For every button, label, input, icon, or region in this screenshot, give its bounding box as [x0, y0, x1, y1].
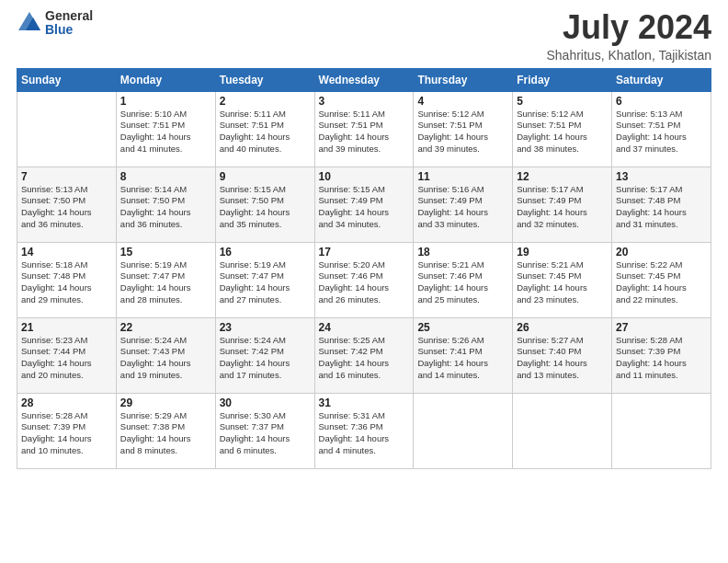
day-number: 25 [417, 321, 508, 334]
calendar-cell: 13Sunrise: 5:17 AM Sunset: 7:48 PM Dayli… [612, 167, 711, 242]
calendar-header-saturday: Saturday [612, 68, 711, 91]
calendar-cell: 17Sunrise: 5:20 AM Sunset: 7:46 PM Dayli… [314, 242, 414, 317]
calendar-week-1: 1Sunrise: 5:10 AM Sunset: 7:51 PM Daylig… [17, 91, 711, 167]
logo-general: General [45, 9, 93, 23]
calendar-cell: 7Sunrise: 5:13 AM Sunset: 7:50 PM Daylig… [17, 167, 117, 242]
calendar-header-friday: Friday [513, 68, 612, 91]
day-number: 1 [120, 95, 211, 108]
calendar-cell: 16Sunrise: 5:19 AM Sunset: 7:47 PM Dayli… [215, 242, 314, 317]
day-number: 24 [319, 321, 410, 334]
day-info: Sunrise: 5:28 AM Sunset: 7:39 PM Dayligh… [21, 410, 112, 457]
day-number: 31 [319, 396, 410, 409]
calendar-cell: 21Sunrise: 5:23 AM Sunset: 7:44 PM Dayli… [17, 317, 117, 393]
calendar-cell: 1Sunrise: 5:10 AM Sunset: 7:51 PM Daylig… [116, 91, 215, 167]
calendar-cell: 22Sunrise: 5:24 AM Sunset: 7:43 PM Dayli… [116, 317, 215, 393]
calendar-cell: 30Sunrise: 5:30 AM Sunset: 7:37 PM Dayli… [215, 393, 314, 468]
calendar-table: SundayMondayTuesdayWednesdayThursdayFrid… [17, 68, 711, 469]
day-info: Sunrise: 5:22 AM Sunset: 7:45 PM Dayligh… [616, 259, 707, 306]
day-info: Sunrise: 5:15 AM Sunset: 7:50 PM Dayligh… [220, 184, 311, 231]
day-info: Sunrise: 5:29 AM Sunset: 7:38 PM Dayligh… [120, 410, 211, 457]
day-info: Sunrise: 5:23 AM Sunset: 7:44 PM Dayligh… [21, 335, 112, 382]
calendar-cell: 26Sunrise: 5:27 AM Sunset: 7:40 PM Dayli… [513, 317, 612, 393]
day-number: 6 [616, 95, 707, 108]
day-info: Sunrise: 5:24 AM Sunset: 7:42 PM Dayligh… [220, 335, 311, 382]
calendar-cell [513, 393, 612, 468]
calendar-cell [414, 393, 513, 468]
day-info: Sunrise: 5:17 AM Sunset: 7:49 PM Dayligh… [517, 184, 608, 231]
calendar-header-row: SundayMondayTuesdayWednesdayThursdayFrid… [17, 68, 711, 91]
day-info: Sunrise: 5:30 AM Sunset: 7:37 PM Dayligh… [220, 410, 311, 457]
calendar-cell: 15Sunrise: 5:19 AM Sunset: 7:47 PM Dayli… [116, 242, 215, 317]
location: Shahritus, Khatlon, Tajikistan [546, 48, 711, 63]
day-info: Sunrise: 5:16 AM Sunset: 7:49 PM Dayligh… [417, 184, 508, 231]
day-number: 30 [220, 396, 311, 409]
page: General Blue July 2024 Shahritus, Khatlo… [0, 0, 728, 563]
day-number: 18 [417, 246, 508, 259]
day-info: Sunrise: 5:13 AM Sunset: 7:51 PM Dayligh… [616, 109, 707, 155]
calendar-cell [17, 91, 117, 167]
day-number: 11 [417, 170, 508, 183]
calendar-cell: 24Sunrise: 5:25 AM Sunset: 7:42 PM Dayli… [314, 317, 414, 393]
day-number: 9 [220, 170, 311, 183]
logo: General Blue [17, 9, 93, 38]
day-number: 23 [220, 321, 311, 334]
day-info: Sunrise: 5:27 AM Sunset: 7:40 PM Dayligh… [517, 335, 608, 382]
logo-blue: Blue [45, 23, 93, 37]
calendar-cell: 10Sunrise: 5:15 AM Sunset: 7:49 PM Dayli… [314, 167, 414, 242]
calendar-week-4: 21Sunrise: 5:23 AM Sunset: 7:44 PM Dayli… [17, 317, 711, 393]
day-info: Sunrise: 5:15 AM Sunset: 7:49 PM Dayligh… [319, 184, 410, 231]
day-info: Sunrise: 5:21 AM Sunset: 7:46 PM Dayligh… [417, 259, 508, 306]
calendar-cell: 29Sunrise: 5:29 AM Sunset: 7:38 PM Dayli… [116, 393, 215, 468]
calendar-cell: 4Sunrise: 5:12 AM Sunset: 7:51 PM Daylig… [414, 91, 513, 167]
calendar-cell: 5Sunrise: 5:12 AM Sunset: 7:51 PM Daylig… [513, 91, 612, 167]
day-number: 16 [220, 246, 311, 259]
calendar-cell: 9Sunrise: 5:15 AM Sunset: 7:50 PM Daylig… [215, 167, 314, 242]
day-number: 19 [517, 246, 608, 259]
calendar-cell: 14Sunrise: 5:18 AM Sunset: 7:48 PM Dayli… [17, 242, 117, 317]
day-info: Sunrise: 5:14 AM Sunset: 7:50 PM Dayligh… [120, 184, 211, 231]
calendar-cell: 31Sunrise: 5:31 AM Sunset: 7:36 PM Dayli… [314, 393, 414, 468]
calendar-cell: 19Sunrise: 5:21 AM Sunset: 7:45 PM Dayli… [513, 242, 612, 317]
day-info: Sunrise: 5:19 AM Sunset: 7:47 PM Dayligh… [120, 259, 211, 306]
day-number: 4 [417, 95, 508, 108]
day-info: Sunrise: 5:25 AM Sunset: 7:42 PM Dayligh… [319, 335, 410, 382]
day-info: Sunrise: 5:26 AM Sunset: 7:41 PM Dayligh… [417, 335, 508, 382]
day-info: Sunrise: 5:12 AM Sunset: 7:51 PM Dayligh… [517, 109, 608, 155]
day-number: 28 [21, 396, 112, 409]
day-info: Sunrise: 5:11 AM Sunset: 7:51 PM Dayligh… [319, 109, 410, 155]
calendar-cell: 6Sunrise: 5:13 AM Sunset: 7:51 PM Daylig… [612, 91, 711, 167]
calendar-cell: 2Sunrise: 5:11 AM Sunset: 7:51 PM Daylig… [215, 91, 314, 167]
calendar-cell: 12Sunrise: 5:17 AM Sunset: 7:49 PM Dayli… [513, 167, 612, 242]
day-info: Sunrise: 5:24 AM Sunset: 7:43 PM Dayligh… [120, 335, 211, 382]
day-info: Sunrise: 5:28 AM Sunset: 7:39 PM Dayligh… [616, 335, 707, 382]
calendar-header-monday: Monday [116, 68, 215, 91]
day-number: 8 [120, 170, 211, 183]
title-block: July 2024 Shahritus, Khatlon, Tajikistan [546, 9, 711, 63]
calendar-cell: 23Sunrise: 5:24 AM Sunset: 7:42 PM Dayli… [215, 317, 314, 393]
calendar-cell: 28Sunrise: 5:28 AM Sunset: 7:39 PM Dayli… [17, 393, 117, 468]
day-info: Sunrise: 5:17 AM Sunset: 7:48 PM Dayligh… [616, 184, 707, 231]
day-info: Sunrise: 5:10 AM Sunset: 7:51 PM Dayligh… [120, 109, 211, 155]
logo-icon [17, 10, 42, 36]
day-number: 26 [517, 321, 608, 334]
calendar-header-wednesday: Wednesday [314, 68, 414, 91]
day-info: Sunrise: 5:19 AM Sunset: 7:47 PM Dayligh… [220, 259, 311, 306]
calendar-header-sunday: Sunday [17, 68, 117, 91]
calendar-cell: 8Sunrise: 5:14 AM Sunset: 7:50 PM Daylig… [116, 167, 215, 242]
calendar-week-2: 7Sunrise: 5:13 AM Sunset: 7:50 PM Daylig… [17, 167, 711, 242]
day-info: Sunrise: 5:11 AM Sunset: 7:51 PM Dayligh… [220, 109, 311, 155]
calendar-cell: 27Sunrise: 5:28 AM Sunset: 7:39 PM Dayli… [612, 317, 711, 393]
day-info: Sunrise: 5:12 AM Sunset: 7:51 PM Dayligh… [417, 109, 508, 155]
calendar-header-thursday: Thursday [414, 68, 513, 91]
calendar-cell: 18Sunrise: 5:21 AM Sunset: 7:46 PM Dayli… [414, 242, 513, 317]
day-number: 7 [21, 170, 112, 183]
day-number: 27 [616, 321, 707, 334]
logo-text: General Blue [45, 9, 93, 38]
day-info: Sunrise: 5:31 AM Sunset: 7:36 PM Dayligh… [319, 410, 410, 457]
calendar-header-tuesday: Tuesday [215, 68, 314, 91]
day-number: 2 [220, 95, 311, 108]
day-number: 15 [120, 246, 211, 259]
day-info: Sunrise: 5:21 AM Sunset: 7:45 PM Dayligh… [517, 259, 608, 306]
day-number: 22 [120, 321, 211, 334]
calendar-cell [612, 393, 711, 468]
